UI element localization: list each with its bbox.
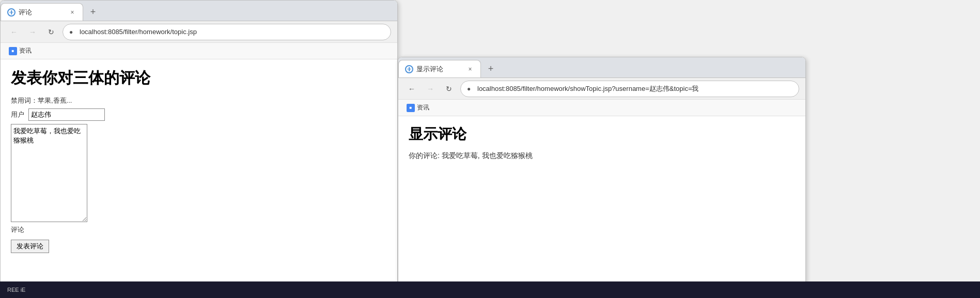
comment-display: 你的评论: 我爱吃草莓, 我也爱吃猕猴桃 (409, 151, 795, 161)
submit-button[interactable]: 发表评论 (11, 240, 49, 253)
tab-bar-1: 评论 × + (1, 1, 397, 21)
url-text-2: localhost:8085/filter/homework/showTopic… (477, 84, 698, 93)
bookmarks-bar-2: ■ 资讯 (398, 100, 805, 116)
taskbar-text: REE iE (4, 286, 28, 294)
lock-icon-2: ● (467, 85, 474, 92)
address-bar-2: ← → ↻ ● localhost:8085/filter/homework/s… (398, 78, 805, 100)
reload-button-1[interactable]: ↻ (44, 25, 58, 39)
taskbar: REE iE (0, 281, 980, 298)
user-row: 用户 (11, 108, 387, 121)
tab-2[interactable]: 显示评论 × (398, 60, 481, 77)
back-button-2[interactable]: ← (405, 82, 419, 96)
comment-textarea[interactable]: 我爱吃草莓，我也爱吃猕猴桃 (11, 124, 87, 222)
tab-new-1[interactable]: + (85, 3, 101, 21)
lock-icon-1: ● (69, 28, 76, 36)
browser-window-1: 评论 × + ← → ↻ ● localhost:8085/filter/hom… (0, 0, 398, 298)
url-text-1: localhost:8085/filter/homework/topic.jsp (80, 28, 197, 36)
page-title-1: 发表你对三体的评论 (11, 68, 387, 89)
bookmarks-bar-1: ■ 资讯 (1, 43, 397, 59)
bookmark-icon-1: ■ (9, 47, 17, 55)
forward-button-1[interactable]: → (25, 25, 40, 39)
tab-new-2[interactable]: + (483, 60, 499, 77)
reload-button-2[interactable]: ↻ (442, 82, 456, 96)
tab-title-2: 显示评论 (416, 65, 463, 74)
user-label: 用户 (11, 110, 25, 119)
tab-globe-icon-1 (7, 8, 15, 17)
tab-title-1: 评论 (19, 8, 65, 17)
page-content-1: 发表你对三体的评论 禁用词：苹果,香蕉... 用户 我爱吃草莓，我也爱吃猕猴桃 … (1, 59, 397, 297)
comment-label: 评论 (11, 225, 25, 234)
user-input[interactable] (28, 108, 105, 121)
bookmark-2[interactable]: ■ 资讯 (405, 102, 431, 113)
bookmark-icon-2: ■ (407, 104, 415, 112)
address-bar-1: ← → ↻ ● localhost:8085/filter/homework/t… (1, 21, 397, 43)
bookmark-1[interactable]: ■ 资讯 (7, 45, 34, 56)
forbidden-words: 禁用词：苹果,香蕉... (11, 96, 387, 105)
comment-row: 我爱吃草莓，我也爱吃猕猴桃 (11, 124, 387, 222)
tab-close-1[interactable]: × (68, 8, 76, 17)
browser-window-2: 显示评论 × + ← → ↻ ● localhost:8085/filter/h… (398, 57, 806, 284)
back-button-1[interactable]: ← (7, 25, 21, 39)
comment-label-row: 评论 (11, 225, 387, 234)
url-bar-2[interactable]: ● localhost:8085/filter/homework/showTop… (460, 81, 799, 97)
tab-globe-icon-2 (405, 65, 413, 73)
forward-button-2[interactable]: → (423, 82, 438, 96)
bookmark-label-1: 资讯 (19, 46, 32, 55)
page-title-2: 显示评论 (409, 124, 795, 144)
page-content-2: 显示评论 你的评论: 我爱吃草莓, 我也爱吃猕猴桃 (398, 116, 805, 284)
tab-close-2[interactable]: × (466, 65, 474, 73)
tab-1[interactable]: 评论 × (1, 3, 83, 21)
url-bar-1[interactable]: ● localhost:8085/filter/homework/topic.j… (63, 24, 391, 40)
tab-bar-2: 显示评论 × + (398, 57, 805, 78)
bookmark-label-2: 资讯 (417, 103, 429, 112)
